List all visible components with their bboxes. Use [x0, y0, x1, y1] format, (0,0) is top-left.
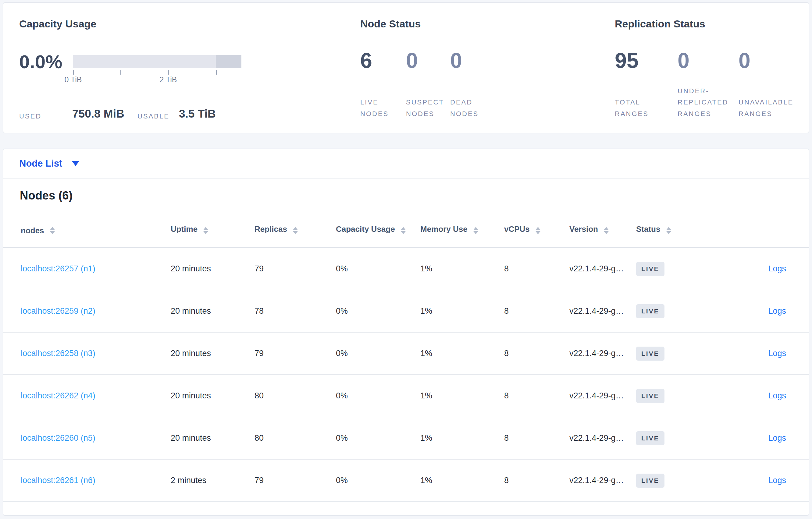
version-cell: v22.1.4-29-g…	[569, 375, 636, 417]
version-cell: v22.1.4-29-g…	[569, 332, 636, 375]
status-badge: LIVE	[636, 431, 665, 445]
uptime-cell: 20 minutes	[171, 248, 255, 290]
table-row: localhost:26258 (n3) 20 minutes 79 0% 1%…	[3, 332, 809, 375]
stat-value-unavailable-ranges: 0	[738, 49, 750, 73]
column-header-version[interactable]: Version	[569, 214, 636, 248]
version-cell: v22.1.4-29-g…	[569, 290, 636, 332]
node-link[interactable]: localhost:26260 (n5)	[21, 433, 95, 442]
uptime-cell: 20 minutes	[171, 290, 255, 332]
stat-value-under-replicated-ranges: 0	[677, 49, 690, 73]
column-header-status[interactable]: Status	[636, 214, 702, 248]
table-row: localhost:26259 (n2) 20 minutes 78 0% 1%…	[3, 290, 809, 332]
version-cell: v22.1.4-29-g…	[569, 248, 636, 290]
stat-value-suspect-nodes: 0	[406, 49, 418, 73]
axis-tick	[168, 70, 169, 74]
stat-value-live-nodes: 6	[360, 49, 372, 73]
sort-icon	[401, 227, 406, 234]
replicas-cell: 80	[255, 417, 336, 459]
uptime-cell: 20 minutes	[171, 332, 255, 375]
stat-value-dead-nodes: 0	[450, 49, 462, 73]
cluster-summary-panel: Capacity Usage 0.0% 0 TiB 2 TiB USED 750…	[3, 2, 809, 133]
logs-link[interactable]: Logs	[768, 476, 786, 485]
table-row: localhost:26257 (n1) 20 minutes 79 0% 1%…	[3, 248, 809, 290]
node-link[interactable]: localhost:26262 (n4)	[21, 391, 95, 400]
sort-icon	[666, 227, 671, 234]
status-badge: LIVE	[636, 389, 665, 403]
sort-icon	[50, 227, 55, 234]
capacity-cell: 0%	[336, 375, 420, 417]
axis-tick	[120, 70, 121, 74]
column-header-capacity-usage[interactable]: Capacity Usage	[336, 214, 420, 248]
node-list-dropdown-label: Node List	[19, 158, 62, 169]
vcpus-cell: 8	[504, 248, 569, 290]
node-link[interactable]: localhost:26258 (n3)	[21, 349, 95, 358]
replication-status-title: Replication Status	[615, 18, 705, 30]
axis-tick-label: 2 TiB	[160, 75, 177, 84]
vcpus-cell: 8	[504, 375, 569, 417]
node-list-panel: Node List Nodes (6) nodes Uptime Replica…	[3, 149, 809, 516]
column-header-logs-spacer	[702, 214, 809, 248]
vcpus-cell: 8	[504, 332, 569, 375]
logs-link[interactable]: Logs	[768, 306, 786, 315]
stat-label-dead-nodes: DEAD NODES	[450, 96, 487, 119]
axis-tick	[73, 70, 74, 74]
capacity-usage-title: Capacity Usage	[19, 18, 96, 30]
vcpus-cell: 8	[504, 459, 569, 501]
logs-link[interactable]: Logs	[768, 349, 786, 358]
stat-label-total-ranges: TOTAL RANGES	[615, 96, 655, 119]
memory-cell: 1%	[420, 417, 504, 459]
capacity-bar	[73, 55, 241, 68]
memory-cell: 1%	[420, 375, 504, 417]
capacity-cell: 0%	[336, 459, 420, 501]
node-link[interactable]: localhost:26261 (n6)	[21, 476, 95, 485]
version-cell: v22.1.4-29-g…	[569, 417, 636, 459]
capacity-percent: 0.0%	[19, 51, 62, 72]
replicas-cell: 78	[255, 290, 336, 332]
axis-tick	[216, 70, 217, 74]
table-row: localhost:26260 (n5) 20 minutes 80 0% 1%…	[3, 417, 809, 459]
sort-icon	[473, 227, 478, 234]
capacity-axis	[73, 70, 241, 75]
uptime-cell: 20 minutes	[171, 417, 255, 459]
column-header-uptime[interactable]: Uptime	[171, 214, 255, 248]
sort-icon	[293, 227, 298, 234]
memory-cell: 1%	[420, 332, 504, 375]
table-row: localhost:26262 (n4) 20 minutes 80 0% 1%…	[3, 375, 809, 417]
vcpus-cell: 8	[504, 417, 569, 459]
logs-link[interactable]: Logs	[768, 391, 786, 400]
usable-label: USABLE	[138, 112, 170, 120]
usable-value: 3.5 TiB	[179, 108, 216, 120]
column-header-memory-use[interactable]: Memory Use	[420, 214, 504, 248]
replicas-cell: 79	[255, 332, 336, 375]
sort-icon	[203, 227, 208, 234]
axis-tick-label: 0 TiB	[65, 75, 82, 84]
stat-label-suspect-nodes: SUSPECT NODES	[406, 96, 447, 119]
node-link[interactable]: localhost:26257 (n1)	[21, 264, 95, 273]
nodes-table: nodes Uptime Replicas Capacity Usage Mem…	[3, 214, 809, 502]
logs-link[interactable]: Logs	[768, 433, 786, 442]
logs-link[interactable]: Logs	[768, 264, 786, 273]
capacity-cell: 0%	[336, 417, 420, 459]
uptime-cell: 2 minutes	[171, 459, 255, 501]
replicas-cell: 79	[255, 248, 336, 290]
nodes-heading: Nodes (6)	[20, 189, 72, 202]
memory-cell: 1%	[420, 248, 504, 290]
uptime-cell: 20 minutes	[171, 375, 255, 417]
stat-value-total-ranges: 95	[615, 49, 639, 73]
stat-label-unavailable-ranges: UNAVAILABLE RANGES	[738, 96, 800, 119]
node-link[interactable]: localhost:26259 (n2)	[21, 306, 95, 315]
column-header-nodes[interactable]: nodes	[3, 214, 171, 248]
capacity-cell: 0%	[336, 290, 420, 332]
column-header-replicas[interactable]: Replicas	[255, 214, 336, 248]
capacity-cell: 0%	[336, 248, 420, 290]
vcpus-cell: 8	[504, 290, 569, 332]
node-list-dropdown[interactable]: Node List	[3, 149, 809, 179]
sort-icon	[535, 227, 541, 234]
capacity-bar-segment	[216, 55, 241, 68]
capacity-cell: 0%	[336, 332, 420, 375]
memory-cell: 1%	[420, 459, 504, 501]
node-status-title: Node Status	[360, 18, 420, 30]
sort-icon	[604, 227, 609, 234]
table-header-row: nodes Uptime Replicas Capacity Usage Mem…	[3, 214, 809, 248]
column-header-vcpus[interactable]: vCPUs	[504, 214, 569, 248]
